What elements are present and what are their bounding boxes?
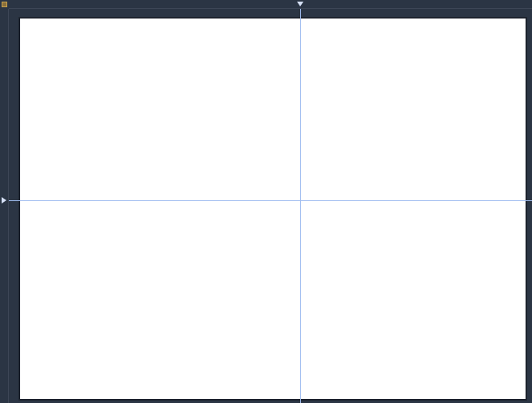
guide-horizontal[interactable] xyxy=(9,200,532,201)
design-canvas-workspace xyxy=(0,0,532,403)
canvas-viewport[interactable] xyxy=(9,9,532,403)
ruler-origin-icon xyxy=(2,2,7,7)
guide-vertical[interactable] xyxy=(300,9,301,403)
ruler-vertical[interactable] xyxy=(0,9,9,403)
ruler-origin-corner[interactable] xyxy=(0,0,9,9)
artboard[interactable] xyxy=(19,18,526,400)
guide-marker-left-icon xyxy=(2,197,6,204)
ruler-horizontal[interactable] xyxy=(9,0,532,9)
guide-marker-top-icon xyxy=(297,2,303,6)
